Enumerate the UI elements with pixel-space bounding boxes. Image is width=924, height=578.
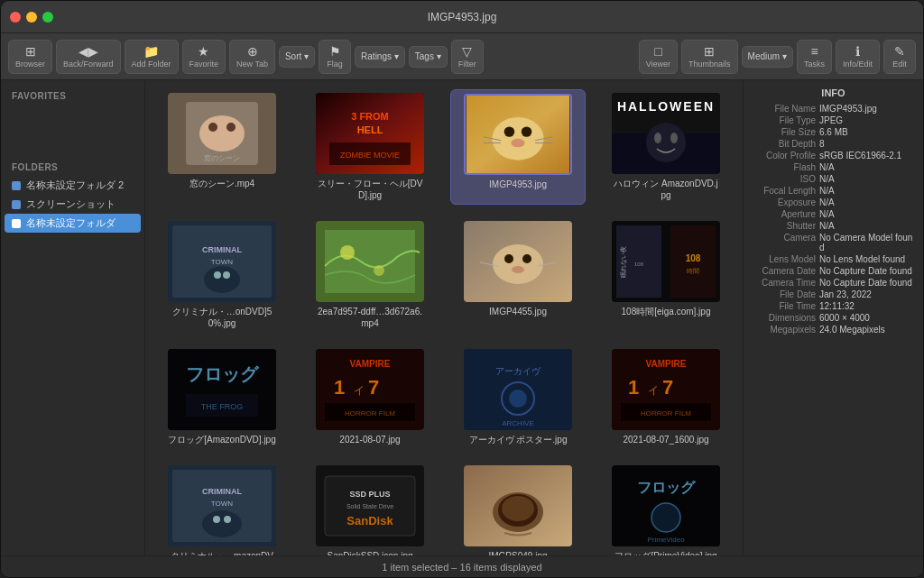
- maximize-button[interactable]: [42, 12, 53, 23]
- file-thumb-f10: VAMPIRE 1 イ 7 HORROR FILM: [316, 349, 424, 430]
- info-label: Camera Date: [751, 266, 816, 276]
- file-item-f8[interactable]: 眠れない夜 108 108 時間 108時間[eiga.com].jpg: [598, 217, 734, 333]
- file-thumb-f1: 窓のシーン: [168, 93, 276, 174]
- file-thumb-f15: [464, 465, 572, 546]
- viewer-label: Viewer: [646, 60, 670, 69]
- info-value: N/A: [819, 186, 835, 196]
- thumbnails-button[interactable]: ⊞ Thumbnails: [681, 40, 738, 74]
- sidebar-item-folder2[interactable]: スクリーンショット: [1, 195, 144, 214]
- info-row: File Time12:11:32: [751, 301, 916, 311]
- traffic-lights: [10, 12, 53, 23]
- browser-button[interactable]: ⊞ Browser: [8, 40, 52, 74]
- svg-point-24: [646, 123, 686, 162]
- thumbnail-size-dropdown[interactable]: Medium ▾: [742, 46, 793, 68]
- file-item-f14[interactable]: SSD PLUS Solid State Drive SanDisk SanDi…: [302, 462, 438, 555]
- viewer-button[interactable]: □ Viewer: [639, 40, 678, 74]
- status-text: 1 item selected – 16 items displayed: [382, 562, 541, 573]
- info-value: No Lens Model found: [819, 254, 905, 264]
- back-forward-label: Back/Forward: [63, 60, 114, 69]
- info-value: N/A: [819, 209, 835, 219]
- thumbnails-icon: ⊞: [704, 45, 715, 58]
- flag-label: Flag: [327, 60, 343, 69]
- info-label: File Time: [751, 301, 816, 311]
- info-value: No Capture Date found: [819, 266, 912, 276]
- svg-point-26: [670, 133, 678, 143]
- tags-dropdown[interactable]: Tags ▾: [409, 46, 448, 68]
- svg-point-33: [223, 271, 230, 279]
- file-name-f1: 窓のシーン.mp4: [189, 178, 254, 189]
- filter-button[interactable]: ▽ Filter: [451, 40, 484, 74]
- file-thumb-f4: HALLOWEEN: [612, 93, 720, 174]
- file-name-f9: フロッグ[AmazonDVD].jpg: [168, 434, 275, 445]
- file-item-f10[interactable]: VAMPIRE 1 イ 7 HORROR FILM 2021-08-07.jpg: [302, 345, 438, 449]
- file-item-f9[interactable]: フロッグ THE FROG フロッグ[AmazonDVD].jpg: [154, 345, 290, 449]
- new-tab-label: New Tab: [236, 60, 268, 69]
- svg-text:ZOMBIE MOVIE: ZOMBIE MOVIE: [340, 151, 400, 160]
- svg-text:108: 108: [686, 253, 701, 263]
- info-label: Dimensions: [751, 313, 816, 323]
- file-item-f1[interactable]: 窓のシーン 窓のシーン.mp4: [154, 89, 290, 205]
- svg-point-40: [504, 254, 513, 263]
- info-value: JPEG: [819, 115, 843, 125]
- info-value: 6000 × 4000: [819, 313, 870, 323]
- svg-point-32: [214, 271, 221, 279]
- sidebar-item-folder1[interactable]: 名称未設定フォルダ 2: [1, 176, 144, 195]
- info-label: Focal Length: [751, 186, 816, 196]
- info-edit-button[interactable]: ℹ Info/Edit: [836, 40, 880, 74]
- viewer-icon: □: [654, 45, 661, 58]
- svg-point-81: [213, 516, 220, 523]
- ratings-dropdown[interactable]: Ratings ▾: [355, 46, 405, 68]
- sort-dropdown[interactable]: Sort ▾: [279, 46, 315, 68]
- info-value: N/A: [819, 197, 835, 207]
- info-row: ShutterN/A: [751, 221, 916, 231]
- file-item-f3[interactable]: IMGP4953.jpg: [450, 89, 586, 205]
- file-item-f2[interactable]: 3 FROM HELL ZOMBIE MOVIE スリー・フロー・ヘル[DVD]…: [302, 89, 438, 205]
- file-thumb-f13: CRIMINAL TOWN: [168, 465, 276, 546]
- edit-icon: ✎: [894, 45, 905, 58]
- sidebar: FAVORITES FOLDERS 名称未設定フォルダ 2 スクリーンショット …: [1, 80, 145, 555]
- flag-button[interactable]: ⚑ Flag: [319, 40, 351, 74]
- file-name-f11: アーカイヴ ポスター.jpg: [469, 434, 568, 445]
- back-forward-button[interactable]: ◀▶ Back/Forward: [56, 40, 121, 74]
- info-value: 12:11:32: [819, 301, 855, 311]
- svg-text:1: 1: [628, 376, 639, 399]
- file-item-f13[interactable]: CRIMINAL TOWN クリミナル・…mazonDVD].jpg: [154, 462, 290, 555]
- close-button[interactable]: [10, 12, 21, 23]
- file-item-f16[interactable]: フロッグ PrimeVideo フロッグ[PrimeVideo].jpg: [598, 462, 734, 555]
- file-item-f12[interactable]: VAMPIRE 1 イ 7 HORROR FILM 2021-08-07_160…: [598, 345, 734, 449]
- minimize-button[interactable]: [26, 12, 37, 23]
- info-row: Camera TimeNo Capture Date found: [751, 278, 916, 288]
- info-value: N/A: [819, 162, 835, 172]
- file-item-f11[interactable]: アーカイヴ ARCHIVE アーカイヴ ポスター.jpg: [450, 345, 586, 449]
- favorite-button[interactable]: ★ Favorite: [182, 40, 226, 74]
- add-folder-button[interactable]: 📁 Add Folder: [125, 40, 179, 74]
- svg-point-67: [509, 390, 527, 408]
- svg-text:1: 1: [334, 376, 345, 399]
- svg-point-42: [512, 266, 524, 273]
- svg-point-25: [654, 133, 661, 143]
- svg-text:フロッグ: フロッグ: [637, 480, 697, 495]
- info-value: No Camera Model found: [819, 233, 916, 252]
- svg-text:TOWN: TOWN: [211, 258, 234, 266]
- info-value: 8: [819, 139, 825, 149]
- folder2-icon: [12, 200, 21, 209]
- new-tab-button[interactable]: ⊕ New Tab: [229, 40, 275, 74]
- tags-label: Tags ▾: [415, 51, 441, 61]
- file-name-f2: スリー・フロー・ヘル[DVD].jpg: [316, 178, 424, 201]
- info-value: Jan 23, 2022: [819, 289, 872, 299]
- file-item-f4[interactable]: HALLOWEEN ハロウィン AmazonDVD.jpg: [598, 89, 734, 205]
- info-label: Bit Depth: [751, 139, 816, 149]
- tasks-button[interactable]: ≡ Tasks: [797, 40, 832, 74]
- file-item-f15[interactable]: IMGPS049.jpg: [450, 462, 586, 555]
- file-item-f6[interactable]: 2ea7d957-ddff…3d672a6.mp4: [302, 217, 438, 333]
- info-rows: File NameIMGP4953.jpgFile TypeJPEGFile S…: [751, 104, 916, 335]
- info-row: Bit Depth8: [751, 139, 916, 149]
- file-item-f7[interactable]: IMGP4455.jpg: [450, 217, 586, 333]
- info-row: Megapixels24.0 Megapixels: [751, 325, 916, 335]
- file-item-f5[interactable]: CRIMINAL TOWN クリミナル・…onDVD]50%.jpg: [154, 217, 290, 333]
- info-label: Aperture: [751, 209, 816, 219]
- back-forward-icon: ◀▶: [79, 45, 98, 58]
- file-thumb-f5: CRIMINAL TOWN: [168, 221, 276, 302]
- edit-button[interactable]: ✎ Edit: [883, 40, 916, 74]
- sidebar-item-folder3[interactable]: 名称未設定フォルダ: [5, 214, 141, 233]
